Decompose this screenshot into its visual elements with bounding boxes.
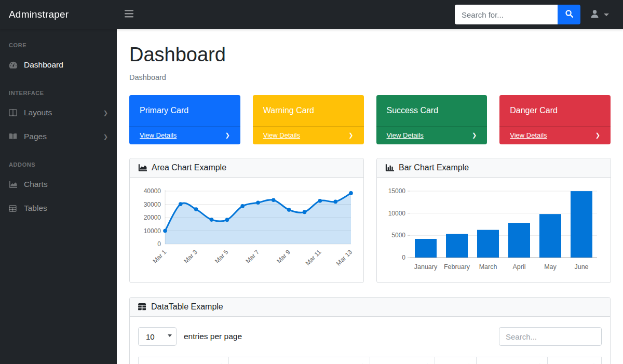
bar-chart-canvas: 050001000015000JanuaryFebruaryMarchApril… — [385, 186, 602, 274]
entries-per-page-label: entries per page — [184, 332, 242, 341]
card-title: Danger Card — [499, 95, 611, 126]
search-input[interactable] — [455, 5, 558, 24]
area-chart-card: Area Chart Example 010000200003000040000… — [129, 158, 364, 283]
sidebar-item-charts[interactable]: Charts — [0, 172, 117, 196]
svg-text:20000: 20000 — [144, 214, 161, 221]
svg-text:10000: 10000 — [144, 227, 161, 235]
bar-chart-card: Bar Chart Example 050001000015000January… — [376, 158, 611, 283]
sidebar-item-label: Layouts — [24, 108, 52, 117]
charts-row: Area Chart Example 010000200003000040000… — [129, 158, 611, 283]
svg-text:10000: 10000 — [388, 210, 406, 217]
column-header-start-date[interactable]: Start date ▲▼ — [477, 357, 547, 364]
stat-cards-row: Primary Card View Details ❯ Warning Card… — [129, 95, 611, 144]
danger-card: Danger Card View Details ❯ — [499, 95, 611, 144]
brand-link[interactable]: Adminstraper — [0, 9, 117, 20]
column-header-age[interactable]: Age ▲▼ — [435, 357, 476, 364]
warning-card-view-details-link[interactable]: View Details — [263, 131, 300, 139]
table-icon — [9, 205, 18, 212]
svg-text:April: April — [512, 263, 525, 271]
datatable-controls: 10 entries per page — [138, 327, 602, 346]
panel-title: Bar Chart Example — [399, 163, 469, 172]
sidebar-item-layouts[interactable]: Layouts ❯ — [0, 101, 117, 125]
svg-text:Mar 1: Mar 1 — [152, 248, 168, 265]
search-icon — [565, 9, 574, 20]
column-header-office[interactable]: Office ▲▼ — [370, 357, 435, 364]
card-title: Warning Card — [253, 95, 364, 126]
user-icon — [589, 8, 600, 21]
svg-text:0: 0 — [402, 254, 405, 261]
tachometer-icon — [9, 61, 18, 69]
table-icon — [138, 303, 146, 311]
svg-text:Mar 3: Mar 3 — [182, 248, 199, 265]
sidebar-item-label: Tables — [24, 204, 47, 213]
datatable-card: DataTable Example 10 entries per page — [129, 297, 611, 364]
chevron-right-icon: ❯ — [103, 133, 108, 140]
svg-text:Mar 9: Mar 9 — [275, 248, 292, 265]
svg-text:40000: 40000 — [144, 187, 161, 195]
navbar-search-form — [455, 5, 580, 24]
caret-down-icon — [604, 14, 609, 16]
column-header-position[interactable]: Position ▲▼ — [228, 357, 370, 364]
sidebar-toggle-button[interactable] — [121, 7, 137, 22]
success-card: Success Card View Details ❯ — [376, 95, 487, 144]
chart-area-icon — [138, 164, 147, 171]
sidebar-heading-interface: INTERFACE — [0, 77, 117, 101]
column-header-salary[interactable]: Salary ▲▼ — [547, 357, 601, 364]
primary-card: Primary Card View Details ❯ — [129, 95, 240, 144]
hamburger-icon — [125, 10, 133, 19]
sidebar-item-label: Charts — [24, 180, 48, 189]
svg-text:February: February — [444, 263, 470, 271]
primary-card-view-details-link[interactable]: View Details — [140, 131, 177, 139]
svg-text:Mar 7: Mar 7 — [245, 248, 261, 265]
columns-icon — [9, 109, 18, 116]
page-title: Dashboard — [129, 43, 611, 66]
chart-bar-icon — [385, 164, 394, 171]
book-open-icon — [9, 133, 18, 140]
column-header-name[interactable]: Name ▲▼ — [139, 357, 229, 364]
svg-text:Mar 5: Mar 5 — [213, 248, 230, 265]
data-table: Name ▲▼ Position ▲▼ Office ▲▼ — [138, 357, 602, 364]
chevron-right-icon: ❯ — [595, 132, 600, 139]
sidebar-item-tables[interactable]: Tables — [0, 196, 117, 220]
sidebar-item-label: Pages — [24, 132, 47, 141]
user-menu-dropdown[interactable] — [589, 8, 609, 21]
sidebar-item-label: Dashboard — [24, 60, 63, 70]
breadcrumb: Dashboard — [129, 73, 611, 82]
svg-text:March: March — [479, 263, 497, 271]
entries-per-page-select[interactable]: 10 — [138, 327, 177, 346]
svg-text:5000: 5000 — [391, 232, 405, 239]
svg-text:Mar 11: Mar 11 — [304, 248, 323, 267]
sidebar-heading-core: CORE — [0, 35, 117, 53]
danger-card-view-details-link[interactable]: View Details — [510, 131, 547, 139]
svg-text:June: June — [574, 263, 588, 271]
card-title: Primary Card — [129, 95, 240, 126]
panel-title: DataTable Example — [151, 302, 223, 312]
svg-text:30000: 30000 — [144, 201, 161, 208]
chevron-right-icon: ❯ — [103, 110, 108, 116]
search-button[interactable] — [558, 5, 580, 24]
svg-text:January: January — [414, 263, 438, 271]
area-chart-canvas: 010000200003000040000Mar 1Mar 3Mar 5Mar … — [138, 186, 355, 274]
svg-text:0: 0 — [157, 240, 161, 248]
chart-area-icon — [9, 181, 18, 188]
sidebar-heading-addons: ADDONS — [0, 149, 117, 172]
svg-text:Mar 13: Mar 13 — [335, 248, 354, 267]
card-title: Success Card — [376, 95, 487, 126]
table-header-row: Name ▲▼ Position ▲▼ Office ▲▼ — [139, 357, 602, 364]
main-content: Dashboard Dashboard Primary Card View De… — [117, 0, 623, 364]
sidebar-item-pages[interactable]: Pages ❯ — [0, 125, 117, 149]
chevron-right-icon: ❯ — [348, 132, 353, 139]
svg-text:May: May — [544, 263, 557, 271]
success-card-view-details-link[interactable]: View Details — [387, 131, 424, 139]
warning-card: Warning Card View Details ❯ — [253, 95, 364, 144]
chevron-right-icon: ❯ — [225, 132, 230, 139]
sidebar: CORE Dashboard INTERFACE Layouts ❯ Pages… — [0, 29, 117, 364]
svg-text:15000: 15000 — [388, 187, 406, 195]
top-navbar: Adminstraper — [0, 0, 623, 29]
sidebar-item-dashboard[interactable]: Dashboard — [0, 53, 117, 77]
panel-title: Area Chart Example — [152, 163, 226, 172]
table-search-input[interactable] — [499, 327, 602, 346]
chevron-right-icon: ❯ — [472, 132, 477, 139]
